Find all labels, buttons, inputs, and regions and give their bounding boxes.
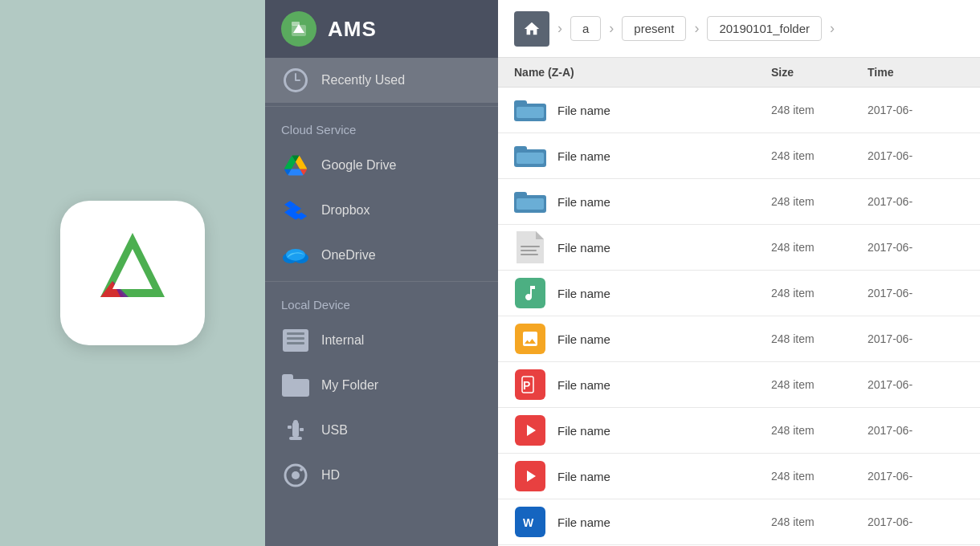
folder-open-icon: [514, 185, 546, 218]
svg-rect-23: [517, 153, 544, 164]
music-icon: [514, 277, 546, 309]
breadcrumb-item-folder[interactable]: 20190101_folder: [707, 16, 822, 41]
sidebar-item-my-folder[interactable]: My Folder: [265, 363, 498, 408]
file-time: 2017-06-: [868, 470, 964, 483]
file-size: 248 item: [771, 241, 868, 254]
file-list-header: Name (Z-A) Size Time: [498, 58, 980, 88]
app-logo-icon: [84, 225, 181, 321]
file-size: 248 item: [771, 470, 868, 483]
folder-open-icon: [514, 140, 546, 172]
svg-rect-13: [300, 428, 304, 431]
file-name: File name: [557, 241, 771, 255]
usb-label: USB: [321, 423, 348, 438]
svg-text:P: P: [523, 379, 530, 392]
table-row[interactable]: File name 248 item 2017-06-: [498, 316, 980, 362]
sidebar-item-internal[interactable]: Internal: [265, 318, 498, 363]
sidebar-item-usb[interactable]: USB: [265, 408, 498, 453]
svg-point-9: [286, 249, 305, 261]
sidebar-header: AMS: [265, 0, 498, 58]
column-size: Size: [771, 66, 868, 79]
file-time: 2017-06-: [868, 287, 964, 299]
svg-point-17: [300, 468, 303, 471]
google-drive-icon: [281, 151, 310, 180]
svg-rect-25: [514, 192, 527, 198]
file-time: 2017-06-: [868, 149, 964, 162]
column-name[interactable]: Name (Z-A): [514, 66, 771, 79]
sidebar-item-google-drive[interactable]: Google Drive: [265, 143, 498, 188]
file-size: 248 item: [771, 332, 868, 345]
file-size: 248 item: [771, 378, 868, 391]
file-size: 248 item: [771, 515, 868, 528]
divider-2: [265, 281, 498, 282]
ams-logo-icon: [281, 11, 316, 47]
main-content: › a › present › 20190101_folder › Name (…: [498, 0, 980, 546]
file-name: File name: [557, 104, 771, 117]
svg-point-16: [292, 471, 300, 479]
left-panel: [0, 0, 265, 546]
dropbox-label: Dropbox: [321, 203, 370, 218]
breadcrumb-item-a[interactable]: a: [570, 16, 601, 41]
dropbox-icon: [281, 196, 310, 225]
breadcrumb-item-present[interactable]: present: [622, 16, 686, 41]
file-size: 248 item: [771, 424, 868, 437]
hd-icon: [281, 461, 310, 490]
breadcrumb-chevron-4: ›: [822, 20, 843, 37]
sidebar-item-dropbox[interactable]: Dropbox: [265, 188, 498, 233]
internal-label: Internal: [321, 333, 364, 348]
breadcrumb: › a › present › 20190101_folder ›: [498, 0, 980, 58]
video-icon: [514, 460, 546, 492]
file-size: 248 item: [771, 104, 868, 116]
svg-rect-22: [514, 146, 527, 153]
svg-rect-26: [517, 198, 544, 210]
video-icon: [514, 414, 546, 446]
svg-rect-20: [517, 107, 544, 118]
table-row[interactable]: File name 248 item 2017-06-: [498, 88, 980, 133]
table-row[interactable]: P File name 248 item 2017-06-: [498, 362, 980, 408]
file-size: 248 item: [771, 287, 868, 299]
breadcrumb-home-button[interactable]: [514, 11, 549, 47]
table-row[interactable]: File name 248 item 2017-06-: [498, 454, 980, 499]
file-name: File name: [557, 378, 771, 392]
file-name: File name: [557, 195, 771, 209]
sidebar-item-onedrive[interactable]: OneDrive: [265, 233, 498, 278]
internal-icon: [281, 326, 310, 355]
table-row[interactable]: File name 248 item 2017-06-: [498, 179, 980, 225]
folder-open-icon: [514, 94, 546, 126]
google-drive-label: Google Drive: [321, 158, 396, 173]
file-time: 2017-06-: [868, 424, 964, 437]
clock-icon: [281, 66, 310, 95]
file-size: 248 item: [771, 149, 868, 162]
file-time: 2017-06-: [868, 195, 964, 208]
column-time: Time: [868, 66, 964, 79]
file-time: 2017-06-: [868, 378, 964, 391]
sidebar-item-recently-used[interactable]: Recently Used: [265, 58, 498, 103]
file-size: 248 item: [771, 195, 868, 208]
table-row[interactable]: File name 248 item 2017-06-: [498, 133, 980, 179]
sidebar-item-hd[interactable]: HD: [265, 453, 498, 498]
svg-rect-28: [521, 250, 537, 251]
breadcrumb-chevron-1: ›: [549, 20, 570, 37]
svg-rect-29: [521, 254, 538, 255]
file-list: Name (Z-A) Size Time File name 248 item …: [498, 58, 980, 546]
breadcrumb-chevron-3: ›: [686, 20, 707, 37]
svg-text:W: W: [523, 516, 534, 529]
svg-rect-12: [288, 426, 292, 429]
svg-rect-19: [514, 100, 527, 107]
recently-used-label: Recently Used: [321, 73, 405, 88]
onedrive-label: OneDrive: [321, 248, 376, 263]
file-name: File name: [557, 332, 771, 346]
file-name: File name: [557, 515, 771, 529]
file-name: File name: [557, 424, 771, 438]
table-row[interactable]: File name 248 item 2017-06-: [498, 271, 980, 316]
svg-point-14: [293, 420, 298, 425]
table-row[interactable]: File name 248 item 2017-06-: [498, 225, 980, 271]
onedrive-icon: [281, 241, 310, 270]
breadcrumb-chevron-2: ›: [601, 20, 622, 37]
divider-1: [265, 106, 498, 107]
image-icon: [514, 323, 546, 355]
my-folder-label: My Folder: [321, 378, 378, 393]
file-time: 2017-06-: [868, 241, 964, 254]
table-row[interactable]: File name 248 item 2017-06-: [498, 408, 980, 454]
table-row[interactable]: W File name 248 item 2017-06-: [498, 499, 980, 545]
file-time: 2017-06-: [868, 332, 964, 345]
